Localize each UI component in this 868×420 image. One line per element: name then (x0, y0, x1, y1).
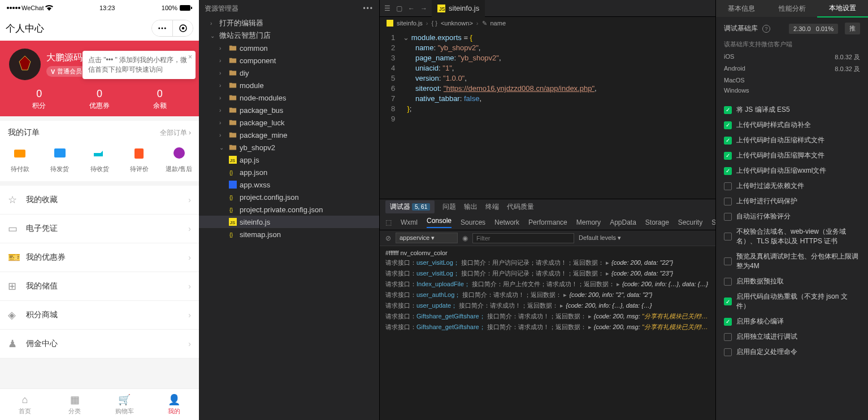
devtools-tab[interactable]: Performance (528, 218, 567, 226)
tree-node[interactable]: ›common (199, 42, 379, 54)
debugger-tab[interactable]: 终端 (485, 202, 499, 212)
clear-console-icon[interactable]: ⊘ (385, 234, 391, 242)
tree-node[interactable]: {}project.private.config.json (199, 203, 379, 216)
menu-item[interactable]: ◈积分商城› (0, 301, 199, 330)
capsule-close-icon[interactable] (172, 20, 193, 36)
order-status-item[interactable]: 待收货 (80, 145, 119, 173)
checkbox-option[interactable]: 自动运行体验评分 (724, 212, 860, 221)
tree-node[interactable]: {}app.json (199, 166, 379, 178)
devtools-tab[interactable]: Console (427, 217, 452, 228)
order-status-item[interactable]: 待付款 (0, 145, 40, 173)
settings-tab[interactable]: 性能分析 (767, 1, 818, 17)
checkbox-option[interactable]: 预览及真机调试时主包、分包体积上限调整为4M (724, 252, 860, 271)
devtools-tab[interactable]: Memory (576, 218, 601, 226)
console-log-row[interactable]: 请求接口：Giftshare_getGiftshare； 接口简介：请求成功！；… (380, 322, 715, 333)
checkbox-option[interactable]: 启用自定义处理命令 (724, 347, 860, 357)
tree-node[interactable]: {}project.config.json (199, 191, 379, 203)
devtools-tab[interactable]: Storage (645, 218, 669, 226)
checkbox-option[interactable]: 上传时过滤无依赖文件 (724, 181, 860, 191)
nav-back-icon[interactable]: ← (408, 5, 415, 12)
checkbox-option[interactable]: 启用多核心编译 (724, 317, 860, 326)
capsule-menu-icon[interactable] (152, 20, 172, 36)
tabbar-item[interactable]: 🛒购物车 (99, 389, 149, 420)
all-orders-link[interactable]: 全部订单 › (160, 128, 191, 138)
checkbox-option[interactable]: 将 JS 编译成 ES5 (724, 105, 860, 115)
context-selector[interactable]: appservice ▾ (396, 233, 458, 243)
filter-input[interactable] (472, 233, 574, 243)
menu-item[interactable]: ▭电子凭证› (0, 215, 199, 243)
help-icon[interactable]: ? (762, 25, 770, 33)
checkbox-option[interactable]: 上传代码时自动压缩wxml文件 (724, 166, 860, 176)
devtools-tab[interactable]: Network (494, 218, 519, 226)
devtools-tab[interactable]: AppData (610, 218, 636, 226)
tree-node[interactable]: ›diy (199, 67, 379, 79)
tree-section[interactable]: ⌄微站云智慧门店 (199, 29, 379, 42)
menu-item[interactable]: ☆我的收藏› (0, 186, 199, 215)
levels-dropdown[interactable]: Default levels ▾ (579, 234, 621, 242)
menu-item[interactable]: ♟佣金中心› (0, 330, 199, 358)
elements-icon[interactable]: ⬚ (385, 218, 392, 226)
tree-node[interactable]: ›package_bus (199, 104, 379, 116)
order-status-item[interactable]: 待评价 (119, 145, 159, 173)
console-log-row[interactable]: 请求接口：user_visitLog； 接口简介：用户访问记录；请求成功！；返回… (380, 257, 715, 268)
checkbox-option[interactable]: 上传代码时自动压缩脚本文件 (724, 151, 860, 160)
checkbox-option[interactable]: 上传时进行代码保护 (724, 196, 860, 206)
stat-item[interactable]: 0余额 (129, 88, 190, 111)
svg-text:{}: {} (229, 231, 233, 238)
checkbox-option[interactable]: 启用代码自动热重载（不支持 json 文件） (724, 292, 860, 311)
breadcrumb[interactable]: siteinfo.js› { }<unknown>› ✎name (380, 17, 715, 29)
checkbox-option[interactable]: 不校验合法域名、web-view（业务域名）、TLS 版本以及 HTTPS 证书 (724, 227, 860, 246)
avatar[interactable] (9, 49, 41, 80)
devtools-tab[interactable]: Wxml (401, 218, 418, 226)
tabbar-item[interactable]: 👤我的 (149, 389, 199, 420)
editor-tab[interactable]: JS siteinfo.js (432, 0, 485, 17)
tree-node[interactable]: ›component (199, 54, 379, 67)
debugger-tab[interactable]: 问题 (442, 202, 456, 212)
close-icon[interactable]: × (188, 53, 192, 61)
tree-node[interactable]: ›node-modules (199, 91, 379, 104)
stat-item[interactable]: 0积分 (9, 88, 70, 111)
bookmark-icon[interactable]: ▢ (396, 5, 402, 12)
menu-item[interactable]: ⊞我的储值› (0, 272, 199, 301)
order-status-item[interactable]: 待发货 (40, 145, 79, 173)
push-button[interactable]: 推 (845, 23, 860, 34)
tree-node[interactable]: JSapp.js (199, 154, 379, 166)
settings-tab[interactable]: 本地设置 (817, 0, 868, 18)
simulator-panel: WeChat 13:23 100% 个人中心 点击 "••• " 添加到我的小程… (0, 0, 199, 420)
debugger-tab[interactable]: 输出 (464, 202, 478, 212)
checkbox-option[interactable]: 上传代码时自动压缩样式文件 (724, 135, 860, 145)
checkbox-option[interactable]: 启用独立域进行调试 (724, 332, 860, 342)
nav-fwd-icon[interactable]: → (420, 5, 427, 12)
eye-icon[interactable]: ◉ (462, 234, 468, 242)
menu-item[interactable]: 🎫我的优惠券› (0, 243, 199, 272)
code-editor[interactable]: 123456789 ⌄ module.exports = { name: "yb… (380, 29, 715, 199)
tree-node[interactable]: ⌄yb_shopv2 (199, 141, 379, 154)
tabbar-item[interactable]: ⌂首页 (0, 389, 50, 420)
tree-node[interactable]: ›package_luck (199, 116, 379, 129)
version-selector[interactable]: 2.30.0 0.01% (789, 24, 838, 34)
tree-node[interactable]: JSsiteinfo.js (199, 216, 379, 228)
devtools-tab[interactable]: Security (678, 218, 702, 226)
settings-tab[interactable]: 基本信息 (716, 1, 767, 17)
console-log-row[interactable]: 请求接口：user_authLog； 接口简介：请求成功！；返回数据： ▸{co… (380, 290, 715, 300)
more-icon[interactable]: ••• (363, 5, 374, 12)
tree-node[interactable]: app.wxss (199, 178, 379, 191)
console-output[interactable]: #ffffff nv_colornv_color 请求接口：user_visit… (380, 246, 715, 420)
order-status-item[interactable]: 退款/售后 (159, 145, 199, 173)
tree-node[interactable]: {}sitemap.json (199, 228, 379, 240)
console-log-row[interactable]: 请求接口：user_visitLog； 接口简介：用户访问记录；请求成功！；返回… (380, 268, 715, 279)
checkbox-option[interactable]: 启用数据预拉取 (724, 277, 860, 286)
toggle-sidebar-icon[interactable]: ☰ (384, 5, 390, 12)
stat-item[interactable]: 0优惠券 (70, 88, 130, 111)
devtools-tab[interactable]: Sources (461, 218, 485, 226)
tree-node[interactable]: ›module (199, 79, 379, 91)
debugger-tab[interactable]: 代码质量 (507, 202, 534, 212)
checkbox-option[interactable]: 上传代码时样式自动补全 (724, 120, 860, 130)
console-log-row[interactable]: 请求接口：Giftshare_getGiftshare； 接口简介：请求成功！；… (380, 311, 715, 322)
console-log-row[interactable]: 请求接口：Index_uploadFile； 接口简介：用户上传文件；请求成功！… (380, 279, 715, 290)
tabbar-item[interactable]: ▦分类 (50, 389, 99, 420)
console-log-row[interactable]: 请求接口：user_update； 接口简介：请求成功！；返回数据： ▸{cod… (380, 300, 715, 311)
tree-section[interactable]: ›打开的编辑器 (199, 17, 379, 29)
tree-node[interactable]: ›package_mine (199, 129, 379, 141)
debugger-tab[interactable]: 调试器5, 61 (385, 200, 435, 213)
